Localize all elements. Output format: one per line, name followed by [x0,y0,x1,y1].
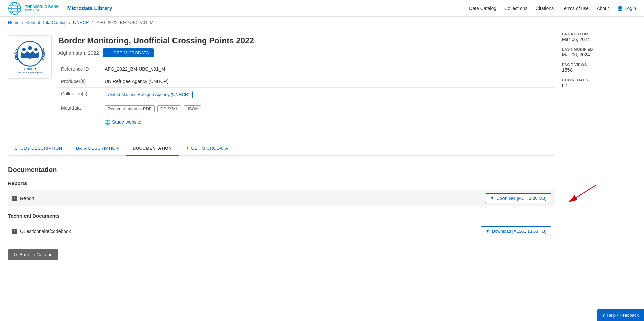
arrow-annotation [562,182,602,209]
study-website-link[interactable]: 🌐 Study website [105,119,553,125]
svg-point-7 [22,48,26,51]
dataset-subtitle: Afghanistan, 2022 ⇓ GET MICRODATA [58,48,555,57]
breadcrumb-sep2: / [69,20,72,25]
collection-tag[interactable]: United Nations Refugee Agency (UNHCR) [105,91,193,98]
metadata-ddi-link[interactable]: DDI/XML [157,105,181,112]
download-circle-icon: ▼ [490,196,494,201]
report-row: + Report ▼ Download [PDF, 1.26 MB] [8,190,555,206]
dataset-info: Border Monitoring, Unofficial Crossing P… [58,35,555,128]
arrow-annotation-container [562,182,636,202]
main-nav: Data Catalog Collections Citations Terms… [469,6,636,11]
tab-documentation[interactable]: DOCUMENTATION [126,142,179,156]
questionnaire-name: + Questionnaire/codebook [12,229,481,234]
breadcrumb: Home / Central Data Catalog / UNHCR / AF… [0,17,644,28]
metadata-label: Metadata [58,102,102,116]
study-website-label [58,116,102,128]
metadata-links: Documentation in PDF DDI/XML JSON [102,102,555,116]
get-microdata-button[interactable]: ⇓ GET MICRODATA [103,48,154,57]
back-to-catalog-section: ↻ Back to Catalog [8,249,555,260]
technical-docs-subsection: Technical Documents + Questionnaire/code… [8,213,555,239]
ref-id-label: Reference ID [58,63,102,75]
breadcrumb-sep1: / [22,20,24,25]
questionnaire-row: + Questionnaire/codebook ▼ Download [XLS… [8,223,555,239]
svg-point-6 [28,46,32,50]
stats-sidebar: CREATED ON Mar 06, 2024 LAST MODIFIED Ma… [562,28,636,270]
study-website-cell: 🌐 Study website [102,116,555,128]
nav-terms-of-use[interactable]: Terms of use [562,6,589,11]
downloads-stat: DOWNLOADS 82 [562,78,636,88]
nav-about[interactable]: About [597,6,609,11]
library-name-link[interactable]: Microdata Library [67,5,112,11]
reports-subsection: Reports + Report ▼ Download [PDF, 1.26 M… [8,180,555,206]
download-small-icon: ⇓ [185,146,189,151]
download-icon: ⇓ [108,50,111,55]
last-modified-label: LAST MODIFIED [562,47,636,51]
page-views-value: 1558 [562,67,636,73]
collection-label: Collection(s) [58,88,102,102]
metadata-json-link[interactable]: JSON [184,105,201,112]
created-on-stat: CREATED ON Mar 06, 2024 [562,32,636,42]
dataset-logo: UNHCR The UN Refugee Agency [8,35,52,79]
reports-title: Reports [8,180,555,186]
last-modified-value: Mar 06, 2024 [562,52,636,57]
metadata-table: Reference ID AFG_2022_BM-UBC_v01_M Produ… [58,63,555,128]
created-on-value: Mar 06, 2024 [562,37,636,42]
header-divider [63,3,63,13]
back-icon: ↻ [13,252,17,257]
producer-label: Producer(s) [58,75,102,88]
ref-id-value: AFG_2022_BM-UBC_v01_M [102,63,555,75]
technical-docs-title: Technical Documents [8,213,555,219]
breadcrumb-central-data-catalog[interactable]: Central Data Catalog [26,20,67,25]
page-views-stat: PAGE VIEWS 1558 [562,63,636,73]
brand-logo[interactable]: THE WORLD BANK IBRD · IDA [8,2,59,15]
dataset-title: Border Monitoring, Unofficial Crossing P… [58,35,555,46]
downloads-label: DOWNLOADS [562,78,636,82]
nav-login[interactable]: 👤 Login [617,6,636,11]
documentation-section: Documentation Reports + Report ▼ Downloa… [8,156,555,270]
back-to-catalog-button[interactable]: ↻ Back to Catalog [8,249,58,260]
brand-name: THE WORLD BANK [25,5,59,9]
nav-data-catalog[interactable]: Data Catalog [469,6,496,11]
breadcrumb-unhcr[interactable]: UNHCR [73,20,89,25]
svg-text:The UN Refugee Agency: The UN Refugee Agency [17,71,43,74]
last-modified-stat: LAST MODIFIED Mar 06, 2024 [562,47,636,57]
breadcrumb-dataset-id: AFG_2022_BM-UBC_V01_M [97,20,154,25]
tab-get-microdata[interactable]: ⇓ GET MICRODATA [179,142,235,156]
country-year: Afghanistan, 2022 [58,50,99,56]
svg-text:UNHCR: UNHCR [24,67,36,71]
expand-icon-2[interactable]: + [12,229,17,234]
svg-point-8 [34,48,38,51]
person-icon: 👤 [617,6,623,11]
breadcrumb-home[interactable]: Home [8,20,20,25]
report-download-button[interactable]: ▼ Download [PDF, 1.26 MB] [485,193,551,203]
section-title: Documentation [8,166,555,174]
metadata-pdf-link[interactable]: Documentation in PDF [105,105,155,112]
created-on-label: CREATED ON [562,32,636,36]
downloads-value: 82 [562,83,636,88]
questionnaire-download-button[interactable]: ▼ Download [XLSX, 13.63 KB] [481,226,551,236]
tab-data-description[interactable]: DATA DESCRIPTION [69,142,126,156]
tab-study-description[interactable]: STUDY DESCRIPTION [8,142,69,156]
collection-value: United Nations Refugee Agency (UNHCR) [102,88,555,102]
dataset-header: UNHCR The UN Refugee Agency Border Monit… [8,28,555,135]
nav-collections[interactable]: Collections [504,6,527,11]
producer-value: UN Refugee Agency (UNHCR) [102,75,555,88]
breadcrumb-sep3: / [91,20,94,25]
brand-sub: IBRD · IDA [25,9,59,12]
page-views-label: PAGE VIEWS [562,63,636,67]
tabs-container: STUDY DESCRIPTION DATA DESCRIPTION DOCUM… [8,142,555,156]
globe-icon: 🌐 [105,119,110,125]
download-circle-icon-2: ▼ [486,229,490,234]
expand-icon[interactable]: + [12,196,17,201]
nav-citations[interactable]: Citations [536,6,554,11]
report-name: + Report [12,196,485,201]
